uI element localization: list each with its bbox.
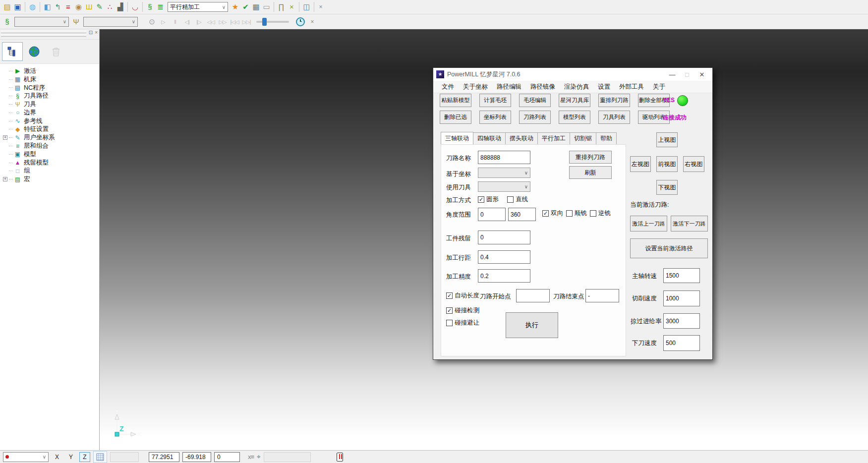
tree-item-feature-sets[interactable]: ◆ 特征设置 [3,125,99,134]
plunge-feed-input[interactable] [663,335,700,351]
play-button[interactable]: ▷ [157,16,169,28]
spindle-speed-input[interactable] [663,268,700,283]
toolpath-create-icon[interactable]: ↰ [53,1,63,13]
tree-expander[interactable] [3,77,7,82]
tree-expander[interactable] [3,144,7,148]
axis-x-toggle[interactable]: X [52,452,62,462]
tree-item-levels[interactable]: ≡ 层和组合 [3,142,99,150]
tree-item-tools[interactable]: Ψ 刀具 [3,100,99,109]
tool-pair-icon[interactable]: ∏ [276,1,287,13]
entity-dropdown[interactable]: ∨ [14,17,69,27]
angle-from-input[interactable] [478,208,506,221]
calculator-icon[interactable]: ▦ [251,1,261,13]
pause-button[interactable]: ‖ [169,16,181,28]
climb-checkbox[interactable] [566,210,573,217]
tree-expander[interactable] [3,152,7,157]
collision-check-checkbox[interactable]: ✓ [446,307,453,314]
feeds-speeds-icon[interactable]: ≡ [63,1,73,13]
tree-item-boundaries[interactable]: ○ 边界 [3,109,99,117]
menu-external-tools[interactable]: 外部工具 [615,83,648,91]
dock-handle[interactable] [1,31,86,33]
tab-saw[interactable]: 切割锯 [570,132,596,144]
collision-avoid-checkbox[interactable] [446,320,453,326]
axis-z-toggle[interactable]: Z [79,452,90,462]
step-back-button[interactable]: ◁| [181,16,193,28]
cutting-feed-input[interactable] [663,290,700,306]
panel-float-button[interactable]: ⊡ [89,30,93,35]
toolpath-list-button[interactable]: 刀路列表 [519,111,551,124]
tree-item-patterns[interactable]: ∿ 参考线 [3,117,99,125]
skim-feed-input[interactable] [663,313,700,329]
verify-toolpath-icon[interactable]: ★ [230,1,240,13]
blue-pot-icon[interactable]: ◍ [27,1,38,13]
dialog-titlebar[interactable]: ★ PowerMILL 忆梦星河 7.0.6 — □ ✕ [433,68,712,81]
tree-expander[interactable]: + [3,177,7,181]
circular-checkbox[interactable]: ✓ [478,196,484,203]
menu-settings[interactable]: 设置 [593,83,615,91]
view-left-button[interactable]: 左视图 [630,156,651,172]
auto-length-checkbox[interactable]: ✓ [446,292,453,299]
angle-to-input[interactable] [508,208,536,221]
rearrange-toolpath-button[interactable]: 重排列刀路 [569,151,612,164]
maximize-button[interactable]: □ [680,71,694,78]
tab-head-swivel[interactable]: 摆头联动 [505,132,538,144]
block-icon[interactable]: ◧ [42,1,53,13]
menu-path-mirror[interactable]: 路径镜像 [526,83,560,91]
menu-file[interactable]: 文件 [437,83,459,91]
tree-expander[interactable] [3,94,7,98]
set-active-path-button[interactable]: 设置当前激活路径 [630,238,708,258]
tolerance-input[interactable] [478,269,530,283]
panel-close-button[interactable]: × [95,30,98,35]
view-right-button[interactable]: 右视图 [683,156,704,172]
menu-about[interactable]: 关于 [648,83,670,91]
rewind-button[interactable]: ◁◁ [205,16,217,28]
tree-expander[interactable] [3,111,7,115]
ball-tool-icon[interactable]: ◉ [73,1,84,13]
w-profile-tool-icon[interactable]: Ш [84,1,94,13]
menu-render-sim[interactable]: 渲染仿真 [560,83,593,91]
stock-edit-button[interactable]: 毛坯编辑 [519,94,551,107]
execute-button[interactable]: 执行 [506,312,558,338]
simulation-toolbar-close-button[interactable]: × [308,18,317,25]
tree-expander[interactable] [3,169,7,173]
xyz-readout-icon[interactable]: x≡ [248,453,254,461]
dock-handle[interactable] [1,34,86,37]
probe-icon[interactable]: ⌖ [257,453,261,461]
tree-item-stock-models[interactable]: ▲ 残留模型 [3,159,99,167]
tree-item-toolpaths[interactable]: § 刀具路径 [3,92,99,100]
skip-end-button[interactable]: ▷▷| [240,16,252,28]
strategy-list-icon[interactable]: ≣ [155,1,166,13]
points-pattern-icon[interactable]: ∴ [105,1,115,13]
ruler-icon[interactable]: ▭ [261,1,272,13]
simulation-speed-slider[interactable] [256,21,289,23]
conventional-checkbox[interactable] [590,210,596,217]
lamp-icon[interactable]: ⊙ [147,16,157,28]
strategy-dropdown[interactable]: 平行精加工 ∨ [168,2,228,12]
tree-expander[interactable] [3,85,7,90]
tool-check-icon[interactable]: ✔ [240,1,251,13]
delete-selected-button[interactable]: 删除已选 [440,111,471,124]
based-coord-dropdown[interactable]: ∨ [478,168,530,178]
activate-next-toolpath-button[interactable]: 激活下一刀路 [671,216,708,232]
tree-item-macros[interactable]: + ▤ 宏 [3,175,99,183]
tab-help[interactable]: 帮助 [596,132,617,144]
rearrange-toolpaths-button[interactable]: 重排列刀路 [598,94,630,107]
measure-field[interactable] [264,452,311,462]
stock-remain-input[interactable] [478,231,530,244]
save-project-icon[interactable]: ▣ [12,1,23,13]
toolpath-name-input[interactable] [478,151,530,164]
menu-path-edit[interactable]: 路径编辑 [492,83,526,91]
view-front-button[interactable]: 前视图 [656,156,678,172]
activate-prev-toolpath-button[interactable]: 激活上一刀路 [630,216,667,232]
tree-item-models[interactable]: ▣ 模型 [3,150,99,159]
tab-3axis[interactable]: 三轴联动 [441,132,473,144]
model-list-button[interactable]: 模型列表 [559,111,590,124]
clock-icon[interactable] [296,17,305,26]
tree-item-workplanes[interactable]: + ✎ 用户坐标系 [3,133,99,142]
axis-y-toggle[interactable]: Y [65,452,76,462]
coords-list-button[interactable]: 坐标列表 [479,111,511,124]
open-project-icon[interactable]: ▨ [2,1,12,13]
cylinders-icon[interactable]: ◫ [301,1,312,13]
slider-handle[interactable] [262,18,267,26]
cross-tools-icon[interactable]: × [287,1,297,13]
